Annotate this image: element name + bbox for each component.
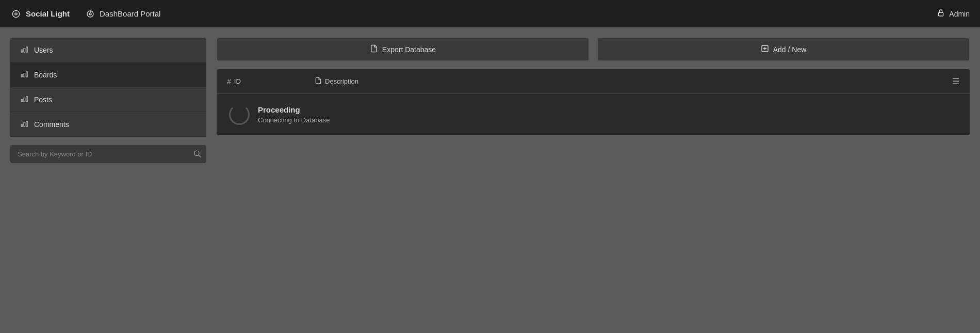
brand-label: Social Light: [26, 9, 70, 18]
svg-line-18: [199, 155, 201, 157]
svg-rect-4: [939, 12, 943, 16]
svg-rect-7: [26, 47, 28, 52]
dashboard-icon: [85, 9, 95, 19]
search-icon: [193, 149, 201, 157]
users-icon: [21, 45, 29, 55]
proceeding-subtitle: Connecting to Database: [258, 116, 330, 124]
svg-rect-5: [21, 50, 23, 52]
boards-icon: [21, 70, 29, 80]
menu-icon: ☰: [952, 77, 959, 86]
svg-rect-8: [21, 74, 23, 77]
portal-label: DashBoard Portal: [85, 9, 160, 19]
content-buttons: Export Database Add / New: [217, 38, 970, 61]
admin-label: Admin: [949, 10, 970, 18]
posts-icon: [21, 94, 29, 104]
add-new-button[interactable]: Add / New: [597, 38, 970, 61]
topnav: Social Light DashBoard Portal Admin: [0, 0, 980, 27]
main-container: Users Boards Posts: [0, 27, 980, 333]
proceeding-text: Proceeding Connecting to Database: [258, 105, 330, 124]
search-input[interactable]: [10, 145, 206, 163]
proceeding-box: Proceeding Connecting to Database: [217, 94, 970, 135]
sidebar: Users Boards Posts: [10, 38, 206, 323]
sidebar-item-comments[interactable]: Comments: [10, 112, 206, 137]
content-area: Export Database Add / New # ID: [217, 38, 970, 323]
brand-icon: [10, 8, 22, 20]
export-button-label: Export Database: [382, 45, 436, 54]
svg-point-0: [12, 10, 19, 17]
brand[interactable]: Social Light: [10, 8, 70, 20]
sidebar-item-users[interactable]: Users: [10, 38, 206, 62]
col-id: # ID: [227, 77, 304, 86]
col-id-label: ID: [234, 77, 241, 85]
svg-rect-10: [26, 72, 28, 77]
col-description: Description: [315, 77, 942, 86]
export-database-button[interactable]: Export Database: [217, 38, 589, 61]
svg-rect-11: [21, 99, 23, 102]
admin-section: Admin: [937, 9, 970, 19]
sidebar-item-boards-label: Boards: [34, 71, 57, 79]
comments-icon: [21, 119, 29, 129]
lock-icon: [937, 9, 945, 19]
add-icon: [761, 44, 769, 54]
doc-icon: [315, 77, 322, 86]
loading-spinner: [229, 104, 250, 125]
add-button-label: Add / New: [773, 45, 807, 54]
svg-rect-6: [24, 49, 25, 52]
svg-rect-15: [24, 123, 25, 126]
svg-rect-9: [24, 73, 25, 77]
table-header: # ID Description ☰: [217, 69, 970, 94]
sidebar-item-posts-label: Posts: [34, 96, 52, 104]
sidebar-item-posts[interactable]: Posts: [10, 87, 206, 112]
search-button[interactable]: [193, 149, 201, 159]
sidebar-item-boards[interactable]: Boards: [10, 62, 206, 87]
sidebar-item-users-label: Users: [34, 46, 53, 54]
svg-rect-16: [26, 121, 28, 126]
proceeding-title: Proceeding: [258, 105, 330, 114]
svg-rect-13: [26, 97, 28, 102]
export-icon: [370, 44, 378, 54]
search-container: [10, 145, 206, 163]
sidebar-item-comments-label: Comments: [34, 120, 69, 129]
col-actions: ☰: [952, 76, 959, 86]
portal-title: DashBoard Portal: [100, 9, 160, 18]
col-description-label: Description: [325, 77, 358, 85]
svg-rect-12: [24, 98, 25, 102]
hash-icon: #: [227, 77, 231, 86]
svg-rect-14: [21, 124, 23, 126]
